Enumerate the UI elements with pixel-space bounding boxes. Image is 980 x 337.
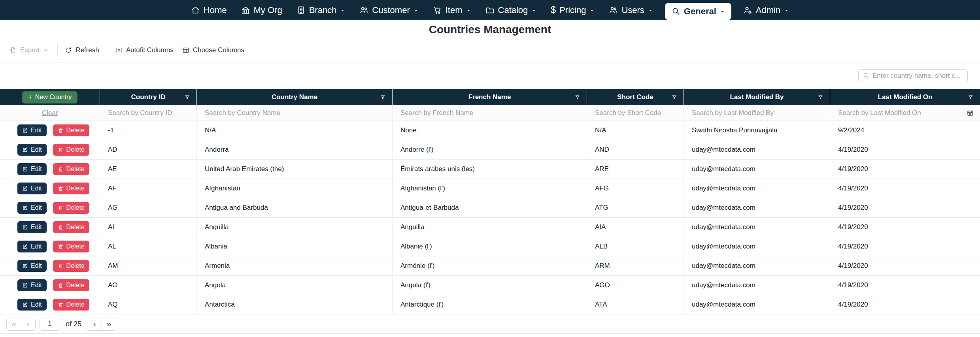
filter-funnel-icon[interactable] — [574, 94, 580, 100]
refresh-button[interactable]: Refresh — [65, 46, 99, 54]
top-navbar: HomeMy OrgBranchCustomerItemCatalog$Pric… — [0, 0, 980, 20]
first-page-button[interactable]: « — [7, 318, 21, 330]
delete-label: Delete — [66, 301, 85, 308]
search-input[interactable] — [872, 72, 963, 80]
nav-item-label: Catalog — [498, 5, 528, 15]
filter-funnel-icon[interactable] — [380, 94, 386, 100]
filter-funnel-icon[interactable] — [184, 94, 190, 100]
filter-input-french-name[interactable] — [393, 105, 587, 120]
filter-funnel-icon[interactable] — [671, 94, 677, 100]
table-cell: Arménie (l') — [393, 256, 587, 275]
nav-item-home[interactable]: Home — [189, 3, 229, 18]
new-country-button[interactable]: +New Country — [22, 91, 78, 104]
nav-item-catalog[interactable]: Catalog — [483, 3, 539, 18]
column-header-last-modified-by[interactable]: Last Modified By — [684, 89, 830, 105]
delete-label: Delete — [66, 185, 85, 192]
delete-button[interactable]: Delete — [53, 144, 89, 156]
filter-cell — [393, 105, 587, 120]
table-cell: AL — [100, 237, 197, 256]
filter-funnel-icon[interactable] — [968, 94, 974, 100]
table-cell: Afghanistan — [197, 179, 393, 198]
table-cell: 4/19/2020 — [830, 237, 980, 256]
toolbar-item-label: Autofit Columns — [126, 46, 174, 54]
nav-item-item[interactable]: Item — [431, 3, 474, 18]
delete-button[interactable]: Delete — [53, 124, 89, 136]
nav-item-pricing[interactable]: $Pricing — [548, 3, 597, 18]
delete-button[interactable]: Delete — [53, 260, 89, 272]
edit-button[interactable]: Edit — [17, 299, 47, 311]
export-button[interactable]: Export — [9, 46, 49, 54]
table-cell: 4/19/2020 — [830, 179, 980, 198]
column-header-short-code[interactable]: Short Code — [587, 89, 684, 105]
edit-button[interactable]: Edit — [17, 279, 47, 291]
column-header-label: French Name — [468, 93, 511, 101]
prev-page-button[interactable]: ‹ — [21, 318, 35, 330]
column-header-last-modified-on[interactable]: Last Modified On — [830, 89, 980, 105]
delete-button[interactable]: Delete — [53, 202, 89, 214]
choose-columns-button[interactable]: Choose Columns — [182, 46, 244, 54]
delete-label: Delete — [66, 224, 85, 231]
delete-button[interactable]: Delete — [53, 241, 89, 252]
edit-button[interactable]: Edit — [17, 260, 47, 272]
edit-button[interactable]: Edit — [17, 221, 47, 233]
table-cell: AM — [100, 256, 197, 275]
delete-button[interactable]: Delete — [53, 279, 89, 291]
nav-item-admin[interactable]: Admin — [741, 3, 791, 18]
filter-cell — [830, 105, 980, 120]
edit-button[interactable]: Edit — [17, 144, 47, 156]
autofit-columns-button[interactable]: Autofit Columns — [115, 46, 174, 54]
nav-item-branch[interactable]: Branch — [294, 3, 348, 18]
table-cell: uday@mtecdata.com — [684, 256, 830, 275]
delete-button[interactable]: Delete — [53, 163, 89, 175]
row-actions-cell: EditDelete — [0, 160, 100, 179]
caret-down-icon — [531, 5, 536, 15]
table-cell: uday@mtecdata.com — [684, 140, 830, 159]
plus-icon: + — [28, 94, 32, 100]
delete-button[interactable]: Delete — [53, 183, 89, 194]
row-actions-cell: EditDelete — [0, 198, 100, 217]
trash-icon — [58, 147, 64, 153]
filter-input-country-name[interactable] — [197, 105, 392, 120]
chevron-down-icon — [43, 47, 49, 54]
filter-input-country-id[interactable] — [100, 105, 196, 120]
country-search-box[interactable] — [858, 69, 968, 82]
filter-input-last-modified-by[interactable] — [684, 105, 830, 120]
table-cell: 4/19/2020 — [830, 198, 980, 217]
edit-button[interactable]: Edit — [17, 124, 47, 136]
nav-item-label: Admin — [756, 5, 780, 15]
column-header-country-id[interactable]: Country ID — [100, 89, 197, 105]
caret-down-icon — [720, 6, 725, 17]
search-icon — [671, 7, 680, 16]
edit-button[interactable]: Edit — [17, 202, 47, 214]
nav-item-users[interactable]: Users — [606, 3, 655, 18]
nav-item-my-org[interactable]: My Org — [239, 3, 285, 18]
delete-button[interactable]: Delete — [53, 221, 89, 233]
row-actions-cell: EditDelete — [0, 218, 100, 237]
nav-item-customer[interactable]: Customer — [357, 3, 421, 18]
edit-label: Edit — [31, 146, 42, 153]
filter-funnel-icon[interactable] — [818, 94, 823, 100]
column-header-french-name[interactable]: French Name — [393, 89, 587, 105]
edit-button[interactable]: Edit — [17, 241, 47, 252]
toolbar-divider — [108, 44, 108, 56]
nav-item-label: Customer — [372, 5, 410, 15]
filter-input-last-modified-on[interactable] — [830, 105, 980, 120]
edit-icon — [22, 205, 28, 211]
page-number-input[interactable] — [40, 318, 60, 331]
table-row: EditDeleteAEUnited Arab Emirates (the)Ém… — [0, 160, 980, 179]
toolbar-divider — [57, 44, 58, 56]
edit-button[interactable]: Edit — [17, 183, 47, 194]
column-header-country-name[interactable]: Country Name — [197, 89, 393, 105]
last-page-button[interactable]: » — [102, 318, 116, 330]
calendar-icon[interactable] — [967, 109, 974, 117]
next-page-button[interactable]: › — [87, 318, 102, 330]
nav-item-general[interactable]: General — [665, 3, 731, 20]
pager-back-group: « ‹ — [6, 318, 36, 331]
clear-filters-link[interactable]: Clear — [42, 109, 58, 117]
table-cell: AF — [100, 179, 197, 198]
edit-button[interactable]: Edit — [17, 163, 47, 175]
delete-button[interactable]: Delete — [53, 299, 89, 311]
edit-icon — [22, 224, 28, 230]
edit-icon — [22, 244, 28, 250]
filter-input-short-code[interactable] — [587, 105, 684, 120]
